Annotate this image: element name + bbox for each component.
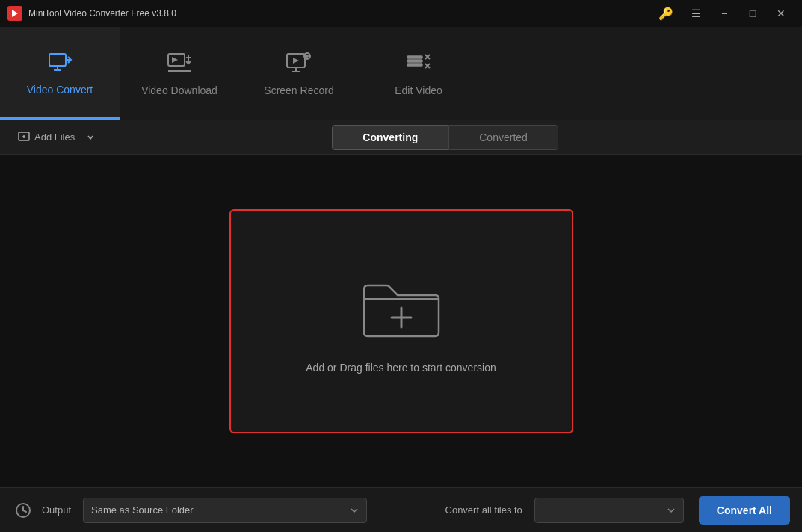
footer: Output Same as Source Folder Convert all… xyxy=(0,487,802,532)
converting-tabs: Converting Converted xyxy=(332,125,558,150)
edit-video-icon xyxy=(405,50,432,77)
video-download-icon xyxy=(166,50,193,77)
tab-video-download[interactable]: Video Download xyxy=(120,27,239,120)
svg-rect-19 xyxy=(407,60,422,62)
svg-rect-20 xyxy=(407,64,422,66)
folder-add-icon xyxy=(357,269,446,344)
title-bar-left: MiniTool Video Converter Free v3.8.0 xyxy=(7,6,176,21)
app-logo xyxy=(7,6,22,21)
tab-converted[interactable]: Converted xyxy=(448,125,558,150)
chevron-down-icon xyxy=(87,134,94,141)
nav-bar: Video Convert Video Download Screen Reco… xyxy=(0,27,802,120)
minimize-button[interactable]: − xyxy=(711,0,738,27)
screen-record-icon xyxy=(286,50,312,77)
main-content: Add or Drag files here to start conversi… xyxy=(0,155,802,487)
clock-icon xyxy=(14,501,32,519)
video-convert-icon xyxy=(46,49,73,76)
add-files-dropdown-button[interactable] xyxy=(82,129,99,146)
close-button[interactable]: ✕ xyxy=(768,0,795,27)
svg-rect-1 xyxy=(49,54,66,66)
maximize-button[interactable]: □ xyxy=(739,0,766,27)
add-files-label: Add Files xyxy=(34,132,75,143)
add-files-button[interactable]: Add Files xyxy=(10,127,82,148)
app-title: MiniTool Video Converter Free v3.8.0 xyxy=(28,8,176,19)
output-dropdown-chevron-icon xyxy=(350,506,359,515)
output-label: Output xyxy=(42,504,71,516)
title-bar: MiniTool Video Converter Free v3.8.0 🔑 ☰… xyxy=(0,0,802,27)
svg-rect-18 xyxy=(407,56,422,58)
folder-icon-wrapper xyxy=(357,269,446,344)
drop-zone-text: Add or Drag files here to start conversi… xyxy=(306,362,496,374)
tab-screen-record-label: Screen Record xyxy=(264,84,333,96)
convert-format-dropdown[interactable] xyxy=(534,498,684,523)
svg-point-17 xyxy=(306,55,309,58)
output-clock-icon xyxy=(12,501,34,519)
svg-line-33 xyxy=(23,510,26,512)
add-files-icon xyxy=(18,132,30,143)
tab-edit-video-label: Edit Video xyxy=(395,84,442,96)
svg-marker-7 xyxy=(172,57,178,63)
format-dropdown-chevron-icon xyxy=(667,506,676,515)
svg-marker-12 xyxy=(293,58,299,64)
sub-toolbar: Add Files Converting Converted xyxy=(0,120,802,155)
tab-converting[interactable]: Converting xyxy=(332,125,448,150)
tab-video-convert[interactable]: Video Convert xyxy=(0,27,120,120)
tab-edit-video[interactable]: Edit Video xyxy=(359,27,478,120)
output-path-text: Same as Source Folder xyxy=(91,504,194,516)
tab-video-download-label: Video Download xyxy=(141,84,218,96)
key-icon[interactable]: 🔑 xyxy=(656,3,676,24)
hamburger-menu-button[interactable]: ☰ xyxy=(682,0,709,27)
tab-video-convert-label: Video Convert xyxy=(27,84,93,96)
svg-marker-0 xyxy=(12,10,18,17)
output-path-dropdown[interactable]: Same as Source Folder xyxy=(83,498,367,523)
tab-screen-record[interactable]: Screen Record xyxy=(239,27,359,120)
drop-zone[interactable]: Add or Drag files here to start conversi… xyxy=(229,209,573,433)
convert-all-files-label: Convert all files to xyxy=(445,504,522,516)
title-bar-controls: 🔑 ☰ − □ ✕ xyxy=(656,0,795,27)
convert-all-button[interactable]: Convert All xyxy=(699,496,790,525)
